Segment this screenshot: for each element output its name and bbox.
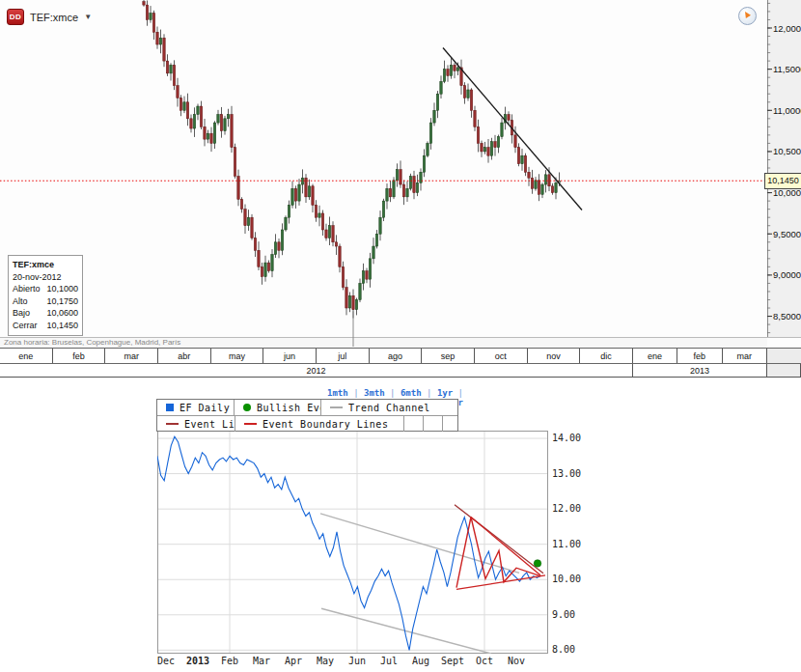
candlestick-plot[interactable]: 12,000011,500011,000010,500010,00009,500… xyxy=(0,0,801,348)
month-cell: mar xyxy=(105,349,158,363)
y-axis-label: 10.00 xyxy=(552,574,596,584)
x-axis-label: Aug xyxy=(412,656,429,666)
ef-daily-chart-panel: 1mth | 3mth | 6mth | 1yr | 2yr | 5yr EF … xyxy=(0,378,801,672)
info-box-row: Bajo10,0600 xyxy=(13,307,78,320)
legend-empty-cell xyxy=(404,416,424,432)
info-box-row: Abierto10,1000 xyxy=(13,283,78,295)
y-axis-label: 14.00 xyxy=(552,433,596,443)
x-axis-label: Jul xyxy=(380,656,398,666)
symbol-toolbar: DD TEF:xmce ▼ xyxy=(7,9,92,25)
month-cell: feb xyxy=(53,349,106,363)
month-cell: dic xyxy=(580,349,633,363)
price-tick-label: 10,5000 xyxy=(773,146,801,156)
month-cell: jun xyxy=(263,349,317,363)
price-tick-label: 9,5000 xyxy=(773,229,801,239)
range-link-1yr[interactable]: 1yr xyxy=(437,388,453,398)
legend-label: Event Boundary Lines xyxy=(262,419,388,430)
clock-icon[interactable] xyxy=(738,7,757,25)
price-tick-label: 9,0000 xyxy=(773,269,801,280)
price-tick-label: 8,5000 xyxy=(773,311,801,322)
legend-row: EF DailyBullish EventsTrend Channel xyxy=(157,400,457,416)
bullish-event-dot xyxy=(534,560,541,568)
legend-square-icon xyxy=(166,404,174,411)
x-axis-label: Sept xyxy=(441,656,464,666)
legend-line-icon xyxy=(330,406,343,408)
info-value: 10,1450 xyxy=(46,320,78,332)
trading-platform-panel: 12,000011,500011,000010,500010,00009,500… xyxy=(0,0,801,378)
price-tick-label: 12,0000 xyxy=(773,23,801,34)
price-tick-label: 11,0000 xyxy=(773,105,801,116)
x-axis-label: Apr xyxy=(285,656,302,666)
legend-label: Event Lines xyxy=(184,419,235,430)
month-cell: jul xyxy=(317,349,370,363)
range-link-6mth[interactable]: 6mth xyxy=(400,388,422,398)
info-label: Cerrar xyxy=(13,320,38,332)
info-label: Bajo xyxy=(13,307,30,320)
legend-label: Bullish Events xyxy=(257,403,321,413)
link-separator: | xyxy=(348,388,364,398)
year-label-2012: 2012 xyxy=(0,364,633,377)
screen: 12,000011,500011,000010,500010,00009,500… xyxy=(0,0,801,672)
x-axis-label: Jun xyxy=(348,656,366,666)
month-cell: feb xyxy=(677,349,722,363)
symbol-selector[interactable]: TEF:xmce xyxy=(30,12,78,23)
info-value: 10,0600 xyxy=(46,307,78,320)
x-axis-label: Feb xyxy=(221,656,238,666)
legend-item: Bullish Events xyxy=(235,400,321,415)
month-cell: sep xyxy=(422,349,475,363)
x-axis-label: Oct xyxy=(476,656,493,666)
x-axis-label: Mar xyxy=(253,656,270,666)
info-box-date: 20-nov-2012 xyxy=(13,271,78,284)
price-axis[interactable] xyxy=(767,0,801,337)
legend-item: EF Daily xyxy=(157,400,235,415)
month-cell: nov xyxy=(528,349,581,363)
quote-info-box: TEF:xmce 20-nov-2012 Abierto10,1000Alto1… xyxy=(8,255,83,336)
year-axis: 20122013 xyxy=(0,364,801,378)
chevron-down-icon[interactable]: ▼ xyxy=(84,13,92,21)
y-axis-label: 13.00 xyxy=(552,468,596,479)
axis-corner xyxy=(767,349,801,363)
legend-empty-cell xyxy=(443,416,457,432)
legend-label: EF Daily xyxy=(180,403,230,413)
y-axis-label: 8.00 xyxy=(552,644,596,655)
last-price-tag: 10,1450 xyxy=(764,173,801,189)
legend-item: Event Boundary Lines xyxy=(235,416,404,432)
legend-label: Trend Channel xyxy=(348,403,430,413)
info-value: 10,1750 xyxy=(46,295,78,308)
link-separator: | xyxy=(422,388,437,398)
y-axis-label: 9.00 xyxy=(552,609,596,620)
x-axis-label: Nov xyxy=(508,656,525,666)
link-separator: | xyxy=(453,388,463,398)
month-cell: ago xyxy=(370,349,423,363)
range-link-1mth[interactable]: 1mth xyxy=(327,388,348,398)
legend-line-icon xyxy=(166,423,179,425)
month-cell: ene xyxy=(633,349,677,363)
timezone-note: Zona horaria: Bruselas, Copenhague, Madr… xyxy=(0,338,737,348)
price-tick-label: 11,5000 xyxy=(773,64,801,74)
month-cell: abr xyxy=(158,349,211,363)
axis-corner xyxy=(767,364,801,377)
legend-circle-icon xyxy=(243,404,251,411)
range-link-3mth[interactable]: 3mth xyxy=(364,388,385,398)
x-axis-label: May xyxy=(317,656,334,666)
y-axis-label: 11.00 xyxy=(552,539,596,549)
info-label: Abierto xyxy=(13,283,41,295)
legend-item: Event Lines xyxy=(157,416,235,432)
legend-empty-cell xyxy=(424,416,443,432)
info-box-row: Cerrar10,1450 xyxy=(13,320,78,332)
info-label: Alto xyxy=(13,295,28,308)
chart-legend: EF DailyBullish EventsTrend ChannelEvent… xyxy=(156,399,458,432)
month-cell: oct xyxy=(475,349,528,363)
month-cell: mar xyxy=(723,349,767,363)
info-box-symbol: TEF:xmce xyxy=(13,259,78,271)
y-axis-label: 12.00 xyxy=(552,503,596,514)
month-cell: ene xyxy=(0,349,53,363)
x-axis-label: 2013 xyxy=(186,656,209,666)
legend-item: Trend Channel xyxy=(321,400,457,415)
month-axis: enefebmarabrmayjunjulagosepoctnovdicenef… xyxy=(0,348,801,364)
x-axis-label: Dec xyxy=(157,656,175,666)
link-separator: | xyxy=(385,388,400,398)
info-box-row: Alto10,1750 xyxy=(13,295,78,308)
year-label-2013: 2013 xyxy=(633,364,767,377)
line-plot[interactable] xyxy=(157,431,548,654)
